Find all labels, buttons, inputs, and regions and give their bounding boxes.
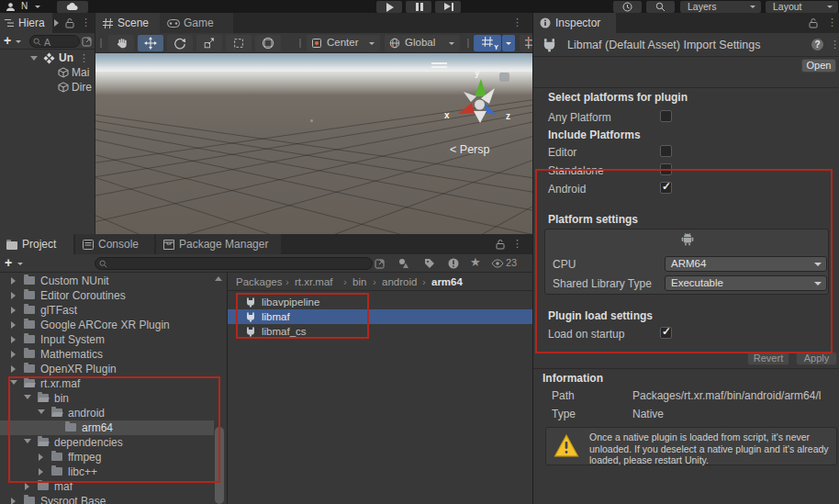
account-caret-icon[interactable] — [35, 6, 40, 8]
breadcrumb-item[interactable]: rt.xr.maf — [295, 273, 333, 291]
layout-dropdown[interactable]: Layout — [766, 1, 838, 13]
tree-item[interactable]: Google ARCore XR Plugin — [0, 318, 214, 332]
tree-item[interactable]: Custom NUnit — [0, 274, 214, 288]
tab-console[interactable]: Console — [75, 234, 154, 254]
shared-library-type-dropdown[interactable]: Executable — [665, 275, 827, 291]
transform-tool-button[interactable] — [255, 35, 281, 51]
tree-item[interactable]: dependencies — [0, 435, 214, 450]
rect-tool-button[interactable] — [226, 35, 252, 51]
lock-icon[interactable] — [65, 17, 74, 28]
open-window-icon[interactable] — [82, 36, 93, 47]
persp-label[interactable]: < Persp — [450, 143, 489, 156]
tab-game[interactable]: Game — [160, 13, 233, 33]
project-search-input[interactable] — [95, 257, 373, 270]
scene-menu-icon[interactable]: ⋮ — [512, 17, 522, 27]
hand-tool-button[interactable] — [108, 35, 134, 51]
breadcrumb-current[interactable]: arm64 — [431, 273, 463, 291]
inspector-menu-icon[interactable]: ⋮ — [827, 17, 837, 27]
tree-item[interactable]: Editor Coroutines — [0, 288, 214, 303]
file-row-selected[interactable]: libmaf — [228, 309, 532, 324]
tab-overflow-icon[interactable] — [54, 19, 59, 27]
account-initial[interactable]: N — [21, 1, 28, 11]
visibility-icon[interactable] — [491, 259, 504, 268]
lock-icon[interactable] — [809, 17, 818, 28]
filter-by-label-icon[interactable] — [424, 258, 435, 269]
tab-project[interactable]: Project — [0, 234, 73, 254]
file-row[interactable]: libavpipeline — [228, 295, 532, 309]
breadcrumb-item[interactable]: bin — [352, 273, 366, 291]
orientation-dropdown[interactable]: Global — [385, 35, 460, 51]
file-row[interactable]: libmaf_cs — [228, 324, 532, 339]
tab-scene[interactable]: Scene — [95, 13, 160, 33]
orientation-gizmo[interactable]: y x z — [441, 66, 518, 143]
tree-item[interactable]: Mathematics — [0, 347, 214, 362]
cloud-button[interactable] — [57, 1, 88, 13]
hierarchy-item[interactable]: Dire — [0, 80, 95, 95]
tree-item[interactable]: glTFast — [0, 303, 214, 318]
tab-hierarchy[interactable]: Hiera — [0, 13, 52, 33]
scene-root-row[interactable]: Un ⋮ — [0, 50, 95, 65]
tree-item[interactable]: ffmpeg — [0, 450, 214, 465]
breadcrumb-root[interactable]: Packages — [236, 273, 283, 291]
step-button[interactable] — [435, 1, 461, 13]
editor-checkbox[interactable]: ✓ — [660, 145, 672, 157]
tab-inspector[interactable]: Inspector — [533, 13, 616, 33]
drag-handle[interactable] — [100, 39, 102, 48]
open-button[interactable]: Open — [801, 59, 836, 73]
lock-icon[interactable] — [496, 239, 505, 250]
scroll-up-icon[interactable] — [215, 276, 222, 281]
grid-snap-caret-button[interactable] — [502, 35, 515, 51]
pivot-mode-dropdown[interactable]: Center — [307, 35, 380, 51]
tree-item[interactable]: Input System — [0, 332, 214, 347]
search-button[interactable] — [646, 1, 675, 13]
tree-item[interactable]: android — [0, 406, 214, 420]
rotate-tool-button[interactable] — [167, 35, 193, 51]
undo-history-button[interactable] — [613, 1, 642, 13]
layers-dropdown[interactable]: Layers — [680, 1, 761, 13]
tree-item[interactable]: OpenXR Plugin — [0, 362, 214, 376]
load-on-startup-checkbox[interactable]: ✓ — [660, 327, 672, 339]
help-icon[interactable]: ? — [811, 39, 823, 50]
overlay-handle-icon[interactable] — [431, 62, 447, 64]
add-asset-button[interactable]: + — [5, 255, 12, 270]
add-object-caret-icon[interactable] — [16, 40, 21, 43]
project-menu-icon[interactable]: ⋮ — [512, 239, 522, 248]
play-button[interactable] — [376, 1, 402, 13]
account-icon[interactable] — [6, 2, 16, 12]
tree-item[interactable]: Sysroot Base — [0, 494, 214, 504]
tree-item[interactable]: bin — [0, 391, 214, 406]
tree-scrollbar-thumb[interactable] — [215, 427, 224, 504]
move-tool-button[interactable] — [138, 35, 163, 51]
add-object-button[interactable]: + — [4, 33, 11, 48]
filter-by-type-icon[interactable] — [398, 258, 410, 269]
breadcrumb-item[interactable]: android — [382, 273, 417, 291]
plugin-file-icon — [245, 297, 256, 308]
scene-menu-icon[interactable]: ⋮ — [79, 53, 89, 62]
scale-tool-button[interactable] — [196, 35, 222, 51]
hierarchy-menu-icon[interactable]: ⋮ — [81, 17, 91, 27]
expander-icon[interactable] — [30, 56, 38, 61]
standalone-checkbox[interactable]: ✓ — [660, 163, 672, 175]
android-checkbox[interactable]: ✓ — [660, 182, 672, 194]
tree-item[interactable]: rt.xr.maf — [0, 376, 214, 391]
scene-viewport[interactable]: y x z < Persp — [95, 53, 532, 234]
open-window-icon[interactable] — [375, 258, 386, 269]
pause-button[interactable] — [406, 1, 431, 13]
header-menu-icon[interactable]: ⋮ — [830, 39, 839, 49]
any-platform-checkbox[interactable]: ✓ — [660, 110, 672, 122]
revert-button[interactable]: Revert — [747, 352, 789, 365]
android-icon[interactable] — [680, 232, 695, 246]
tree-item[interactable]: libc++ — [0, 465, 214, 479]
alert-icon[interactable] — [448, 258, 459, 269]
favorites-icon[interactable]: ★ — [470, 255, 481, 269]
add-asset-caret-icon[interactable] — [17, 263, 23, 265]
grid-snap-button[interactable]: Y — [474, 35, 501, 51]
scene-panel: Scene Game ⋮ Center Global Y — [95, 13, 532, 234]
tree-item[interactable]: maf — [0, 479, 214, 494]
hierarchy-item[interactable]: Mai — [0, 65, 95, 80]
tab-package-manager[interactable]: Package Manager — [156, 234, 281, 254]
tree-item-selected[interactable]: arm64 — [0, 420, 214, 435]
apply-button[interactable]: Apply — [796, 352, 837, 365]
hierarchy-search-input[interactable]: A — [29, 35, 80, 48]
cpu-dropdown[interactable]: ARM64 — [665, 256, 827, 272]
